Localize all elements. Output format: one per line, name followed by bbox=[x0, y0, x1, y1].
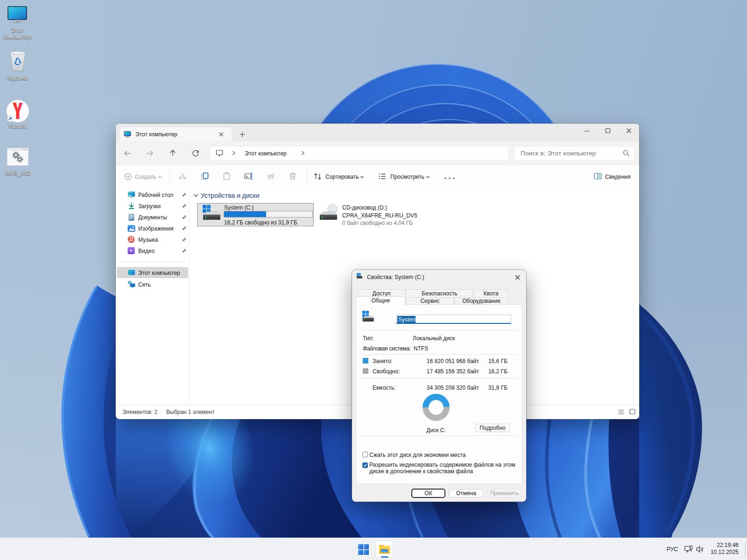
svg-text:A: A bbox=[246, 175, 248, 179]
